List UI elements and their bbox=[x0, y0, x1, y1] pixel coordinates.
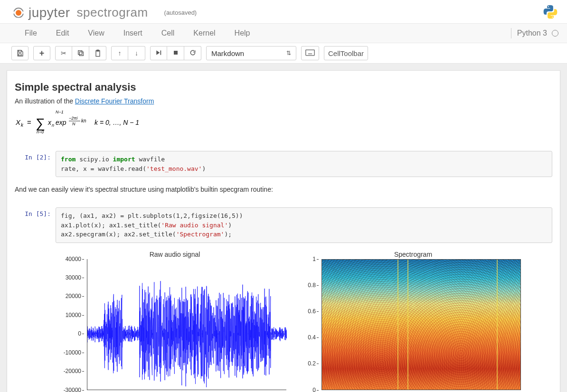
heading-spectral-analysis: Simple spectral analysis bbox=[15, 81, 552, 93]
cut-button[interactable]: ✂ bbox=[55, 46, 72, 60]
ytick: 0.2 bbox=[308, 360, 319, 367]
input-prompt: In [5]: bbox=[15, 207, 56, 243]
celltype-select[interactable]: Markdown ⇅ bbox=[206, 46, 296, 60]
kernel-status-circle-icon bbox=[552, 30, 558, 37]
svg-text:−2πi: −2πi bbox=[69, 116, 78, 121]
svg-text:exp: exp bbox=[56, 119, 66, 126]
chevron-updown-icon: ⇅ bbox=[286, 50, 291, 56]
svg-text:n=0: n=0 bbox=[37, 130, 44, 134]
ytick: -10000 bbox=[64, 349, 84, 356]
refresh-icon bbox=[189, 49, 196, 57]
dft-link[interactable]: Discrete Fourier Transform bbox=[75, 97, 154, 105]
notebook: Simple spectral analysis An illustration… bbox=[7, 70, 560, 392]
menu-view[interactable]: View bbox=[78, 25, 113, 41]
celltype-value: Markdown bbox=[211, 49, 244, 57]
menu-kernel[interactable]: Kernel bbox=[184, 25, 225, 41]
jupyter-logo-icon bbox=[13, 8, 24, 18]
ytick: 0.6 bbox=[308, 308, 319, 315]
svg-text:kn: kn bbox=[81, 118, 86, 123]
plot2-title: Spectrogram bbox=[305, 251, 521, 258]
notebook-container: Simple spectral analysis An illustration… bbox=[0, 64, 567, 392]
dft-formula: N−1 X k = ∑ x n exp −2πi N kn k = 0, …, … bbox=[15, 110, 552, 136]
specgram-intro: And we can easily view it's spectral str… bbox=[15, 186, 552, 193]
scissors-icon: ✂ bbox=[61, 49, 66, 57]
run-cell-button[interactable] bbox=[150, 46, 167, 60]
svg-text:k = 0, …, N − 1: k = 0, …, N − 1 bbox=[94, 119, 139, 126]
kernel-name: Python 3 bbox=[517, 29, 547, 37]
plus-icon: + bbox=[39, 48, 45, 58]
svg-text:x: x bbox=[47, 119, 52, 126]
code-cell[interactable]: In [2]: from scipy.io import wavfile rat… bbox=[10, 149, 557, 179]
intro-paragraph: An illustration of the Discrete Fourier … bbox=[15, 97, 552, 105]
arrow-down-icon: ↓ bbox=[135, 49, 138, 57]
markdown-cell[interactable]: Simple spectral analysis An illustration… bbox=[10, 75, 557, 144]
output-cell: Raw audio signal 40000 30000 20000 10000… bbox=[10, 245, 557, 392]
floppy-icon bbox=[16, 49, 24, 57]
markdown-cell[interactable]: And we can easily view it's spectral str… bbox=[10, 179, 557, 201]
autosave-status: (autosaved) bbox=[164, 9, 197, 16]
plot-spectrogram: Spectrogram 1 0.8 0.6 0.4 0.2 0 bbox=[305, 251, 521, 390]
menu-cell[interactable]: Cell bbox=[152, 25, 184, 41]
python-logo-icon bbox=[542, 4, 558, 21]
interrupt-kernel-button[interactable] bbox=[167, 46, 184, 60]
ytick: 10000 bbox=[66, 312, 84, 318]
arrow-up-icon: ↑ bbox=[118, 49, 122, 57]
cell-toolbar-button[interactable]: CellToolbar bbox=[324, 46, 368, 60]
svg-text:∑: ∑ bbox=[36, 116, 45, 131]
move-cell-up-button[interactable]: ↑ bbox=[111, 46, 128, 60]
svg-rect-0 bbox=[19, 54, 21, 56]
ytick: 40000 bbox=[66, 256, 84, 262]
svg-text:N−1: N−1 bbox=[56, 110, 64, 114]
notebook-header: jupyter spectrogram (autosaved) bbox=[0, 0, 567, 23]
svg-rect-1 bbox=[79, 52, 83, 56]
move-cell-down-button[interactable]: ↓ bbox=[128, 46, 145, 60]
jupyter-logo[interactable]: jupyter bbox=[13, 5, 70, 20]
menu-edit[interactable]: Edit bbox=[47, 25, 79, 41]
step-forward-icon bbox=[155, 49, 162, 57]
paste-button[interactable] bbox=[89, 46, 106, 60]
ytick: 30000 bbox=[66, 274, 84, 281]
svg-text:X: X bbox=[15, 118, 21, 126]
menu-file[interactable]: File bbox=[15, 25, 47, 41]
code-input[interactable]: from scipy.io import wavfile rate, x = w… bbox=[56, 151, 552, 177]
ytick: 0.4 bbox=[308, 334, 319, 341]
svg-rect-7 bbox=[306, 50, 314, 56]
svg-text:k: k bbox=[21, 122, 24, 128]
plots-container: Raw audio signal 40000 30000 20000 10000… bbox=[56, 247, 521, 390]
insert-cell-below-button[interactable]: + bbox=[33, 46, 50, 60]
svg-text:=: = bbox=[27, 118, 31, 126]
code-cell[interactable]: In [5]: fig, (ax1, ax2) = plt.subplots(1… bbox=[10, 205, 557, 245]
svg-text:n: n bbox=[52, 123, 54, 128]
output-prompt bbox=[15, 247, 56, 390]
menu-help[interactable]: Help bbox=[225, 25, 260, 41]
svg-rect-6 bbox=[174, 51, 178, 55]
spectrogram-canvas bbox=[321, 259, 521, 390]
stop-icon bbox=[173, 49, 179, 57]
copy-button[interactable] bbox=[72, 46, 89, 60]
notebook-title[interactable]: spectrogram bbox=[77, 5, 148, 20]
ytick: 0 bbox=[312, 387, 319, 392]
waveform-svg bbox=[87, 259, 287, 390]
toolbar: + ✂ ↑ ↓ bbox=[0, 43, 567, 64]
input-prompt: In [2]: bbox=[15, 151, 56, 177]
menu-insert[interactable]: Insert bbox=[114, 25, 152, 41]
command-palette-button[interactable] bbox=[301, 46, 319, 60]
svg-rect-2 bbox=[78, 51, 82, 55]
copy-icon bbox=[77, 49, 85, 57]
ytick: 1 bbox=[312, 256, 319, 262]
menubar: File Edit View Insert Cell Kernel Help P… bbox=[0, 23, 567, 43]
keyboard-icon bbox=[305, 49, 315, 57]
plot1-title: Raw audio signal bbox=[63, 251, 286, 258]
ytick: -20000 bbox=[64, 368, 84, 374]
svg-text:N: N bbox=[72, 121, 76, 126]
restart-kernel-button[interactable] bbox=[184, 46, 201, 60]
jupyter-brand-text: jupyter bbox=[28, 5, 70, 20]
save-button[interactable] bbox=[11, 46, 28, 60]
svg-rect-5 bbox=[161, 50, 161, 55]
ytick: 0.8 bbox=[308, 282, 319, 289]
ytick: 0 bbox=[78, 330, 84, 337]
code-input[interactable]: fig, (ax1, ax2) = plt.subplots(1,2,figsi… bbox=[56, 207, 552, 243]
cell-toolbar-label: CellToolbar bbox=[328, 49, 364, 57]
kernel-indicator: Python 3 bbox=[511, 28, 558, 38]
plot-raw-audio: Raw audio signal 40000 30000 20000 10000… bbox=[63, 251, 286, 390]
